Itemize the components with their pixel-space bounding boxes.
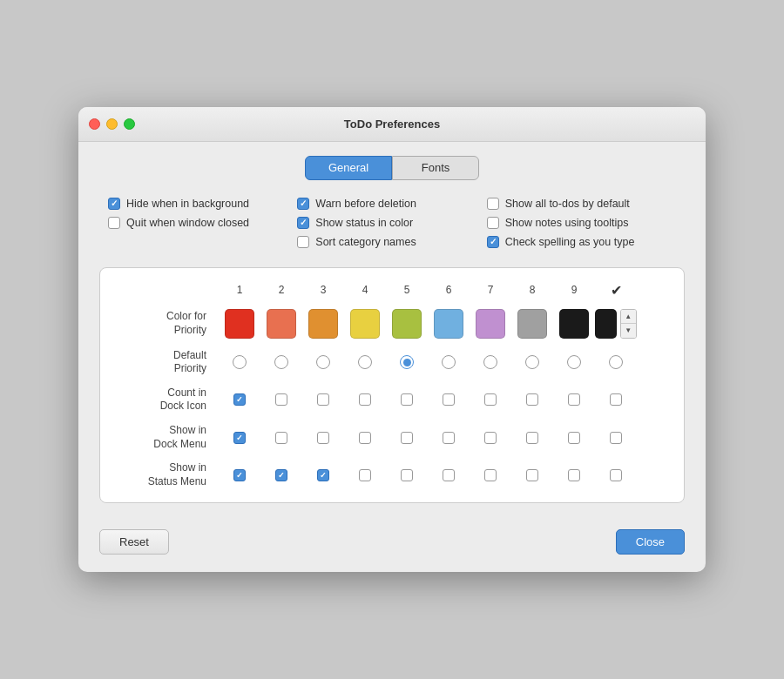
checkbox-quit-window[interactable]: Quit when window closed: [108, 217, 297, 229]
radio-10[interactable]: [609, 355, 623, 369]
status-menu-10[interactable]: [595, 469, 637, 481]
status-menu-5[interactable]: [386, 469, 428, 481]
radio-cell-9[interactable]: [553, 355, 595, 369]
cb-warn-deletion-box[interactable]: ✓: [297, 198, 309, 210]
cb-status-9[interactable]: [568, 469, 580, 481]
close-button[interactable]: Close: [616, 529, 685, 555]
count-dock-8[interactable]: [511, 393, 553, 406]
tab-fonts[interactable]: Fonts: [392, 156, 479, 180]
cb-status-3[interactable]: ✓: [317, 469, 329, 481]
tab-general[interactable]: General: [305, 156, 392, 180]
cb-status-1[interactable]: ✓: [233, 469, 246, 481]
dock-menu-10[interactable]: [595, 432, 637, 444]
count-dock-1[interactable]: ✓: [219, 393, 260, 406]
dock-menu-8[interactable]: [511, 432, 553, 444]
cb-hide-background-box[interactable]: ✓: [108, 198, 120, 210]
cb-show-notes-box[interactable]: [487, 217, 499, 229]
maximize-traffic-light[interactable]: [124, 118, 135, 130]
count-dock-3[interactable]: [302, 393, 344, 406]
radio-5[interactable]: [400, 355, 414, 369]
cb-dock-9[interactable]: [568, 432, 580, 444]
swatch-cell-10[interactable]: ▲ ▼: [595, 309, 637, 339]
count-dock-9[interactable]: [553, 393, 595, 406]
radio-6[interactable]: [442, 355, 456, 369]
checkbox-sort-category[interactable]: Sort category names: [297, 236, 486, 248]
cb-dock-2[interactable]: [275, 432, 287, 444]
status-menu-2[interactable]: ✓: [260, 469, 302, 481]
dock-menu-6[interactable]: [428, 432, 470, 444]
checkbox-hide-background[interactable]: ✓ Hide when in background: [108, 198, 297, 210]
cb-dock-3[interactable]: [317, 432, 329, 444]
cb-count-3[interactable]: [317, 393, 329, 406]
radio-8[interactable]: [525, 355, 539, 369]
cb-count-2[interactable]: [275, 393, 287, 406]
stepper-down[interactable]: ▼: [621, 324, 636, 338]
cb-count-8[interactable]: [526, 393, 538, 406]
cb-status-5[interactable]: [401, 469, 413, 481]
swatch-cell-1[interactable]: [219, 309, 260, 339]
radio-cell-10[interactable]: [595, 355, 637, 369]
count-dock-10[interactable]: [595, 393, 637, 406]
swatch-cell-7[interactable]: [470, 309, 511, 339]
color-swatch-3[interactable]: [308, 309, 338, 339]
swatch-cell-5[interactable]: [386, 309, 428, 339]
cb-dock-5[interactable]: [401, 432, 413, 444]
cb-count-7[interactable]: [484, 393, 497, 406]
radio-7[interactable]: [483, 355, 497, 369]
cb-status-8[interactable]: [526, 469, 538, 481]
status-menu-4[interactable]: [344, 469, 386, 481]
stepper-up[interactable]: ▲: [621, 310, 636, 325]
radio-cell-4[interactable]: [344, 355, 386, 369]
cb-quit-window-box[interactable]: [108, 217, 120, 229]
cb-count-1[interactable]: ✓: [233, 393, 246, 406]
radio-cell-8[interactable]: [511, 355, 553, 369]
priority-stepper[interactable]: ▲ ▼: [620, 309, 637, 339]
cb-status-10[interactable]: [610, 469, 622, 481]
cb-status-7[interactable]: [484, 469, 497, 481]
cb-check-spelling-box[interactable]: ✓: [487, 236, 499, 248]
dock-menu-7[interactable]: [470, 432, 511, 444]
checkbox-check-spelling[interactable]: ✓ Check spelling as you type: [487, 236, 676, 248]
cb-count-6[interactable]: [443, 393, 455, 406]
color-swatch-10[interactable]: [595, 309, 617, 339]
close-traffic-light[interactable]: [89, 118, 100, 130]
status-menu-1[interactable]: ✓: [219, 469, 260, 481]
radio-cell-1[interactable]: [219, 355, 260, 369]
count-dock-4[interactable]: [344, 393, 386, 406]
cb-dock-6[interactable]: [443, 432, 455, 444]
minimize-traffic-light[interactable]: [106, 118, 118, 130]
cb-count-5[interactable]: [401, 393, 413, 406]
checkbox-warn-deletion[interactable]: ✓ Warn before deletion: [297, 198, 486, 210]
swatch-cell-3[interactable]: [302, 309, 344, 339]
radio-cell-7[interactable]: [470, 355, 511, 369]
cb-count-10[interactable]: [610, 393, 622, 406]
dock-menu-1[interactable]: ✓: [219, 432, 260, 444]
cb-dock-10[interactable]: [610, 432, 622, 444]
dock-menu-2[interactable]: [260, 432, 302, 444]
cb-show-status-box[interactable]: ✓: [297, 217, 309, 229]
cb-dock-1[interactable]: ✓: [233, 432, 246, 444]
radio-cell-5[interactable]: [386, 355, 428, 369]
status-menu-7[interactable]: [470, 469, 511, 481]
checkbox-show-status[interactable]: ✓ Show status in color: [297, 217, 486, 229]
swatch-cell-2[interactable]: [260, 309, 302, 339]
cb-status-4[interactable]: [359, 469, 371, 481]
radio-2[interactable]: [274, 355, 288, 369]
cb-status-2[interactable]: ✓: [275, 469, 287, 481]
radio-cell-6[interactable]: [428, 355, 470, 369]
swatch-cell-9[interactable]: [553, 309, 595, 339]
dock-menu-9[interactable]: [553, 432, 595, 444]
color-swatch-5[interactable]: [392, 309, 422, 339]
count-dock-6[interactable]: [428, 393, 470, 406]
cb-dock-4[interactable]: [359, 432, 371, 444]
count-dock-7[interactable]: [470, 393, 511, 406]
status-menu-9[interactable]: [553, 469, 595, 481]
color-swatch-4[interactable]: [350, 309, 380, 339]
cb-dock-7[interactable]: [484, 432, 497, 444]
swatch-cell-4[interactable]: [344, 309, 386, 339]
checkbox-show-all[interactable]: Show all to-dos by default: [487, 198, 676, 210]
cb-status-6[interactable]: [443, 469, 455, 481]
color-swatch-8[interactable]: [517, 309, 547, 339]
color-swatch-1[interactable]: [225, 309, 254, 339]
dock-menu-4[interactable]: [344, 432, 386, 444]
